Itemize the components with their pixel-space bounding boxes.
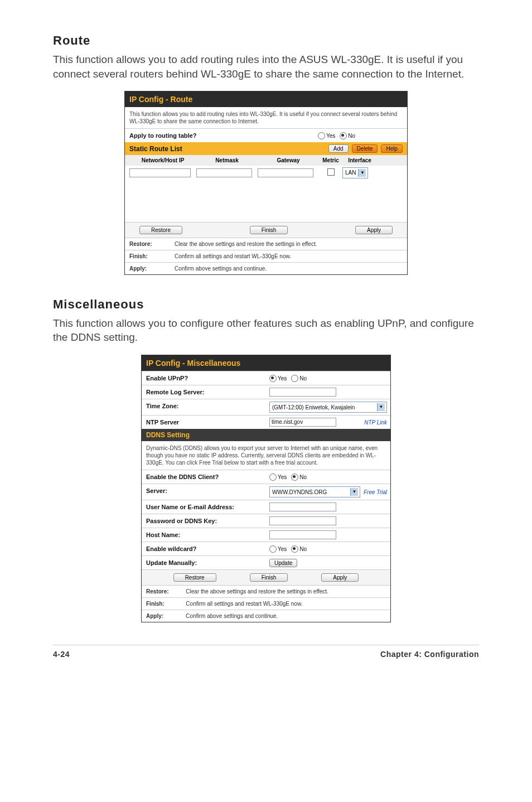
misc-helper-table: Restore: Clear the above settings and re… xyxy=(142,585,390,622)
route-body-text: This function allows you to add routing … xyxy=(53,52,479,81)
chevron-down-icon: ▼ xyxy=(358,169,366,177)
route-heading: Route xyxy=(53,33,479,48)
helper-table: Restore: Clear the above settings and re… xyxy=(125,238,407,274)
helper-restore-text: Clear the above settings and restore the… xyxy=(170,238,407,250)
ntp-input[interactable]: time.nist.gov xyxy=(269,418,336,427)
page-number: 4-24 xyxy=(53,650,70,659)
helper-apply-label: Apply: xyxy=(125,262,170,274)
user-label: User Name or E-mail Address: xyxy=(142,500,266,514)
upnp-no-radio[interactable] xyxy=(291,375,298,382)
help-button[interactable]: Help xyxy=(381,144,403,153)
ntp-link[interactable]: NTP Link xyxy=(364,419,387,426)
col-netmask: Netmask xyxy=(196,157,258,163)
apply-routing-no-radio[interactable] xyxy=(340,132,347,139)
upnp-yes-radio[interactable] xyxy=(269,375,277,382)
gateway-input[interactable] xyxy=(258,168,313,177)
host-label: Host Name: xyxy=(142,528,266,542)
update-button[interactable]: Update xyxy=(269,559,297,567)
misc-finish-button[interactable]: Finish xyxy=(250,573,288,582)
apply-button[interactable]: Apply xyxy=(355,226,393,234)
ddns-title-bar: DDNS Setting xyxy=(142,429,390,441)
ntp-label: NTP Server xyxy=(142,416,266,429)
nhost-input[interactable] xyxy=(129,168,191,177)
route-banner: IP Config - Route xyxy=(125,91,407,107)
misc-restore-button[interactable]: Restore xyxy=(173,573,216,582)
timezone-select[interactable]: (GMT-12:00) Eniwetok, Kwajalein ▼ xyxy=(269,402,387,413)
remote-log-label: Remote Log Server: xyxy=(142,385,266,399)
route-panel: IP Config - Route This function allows y… xyxy=(124,91,408,275)
wildcard-no-radio[interactable] xyxy=(291,545,298,553)
enable-ddns-label: Enable the DDNS Client? xyxy=(142,470,266,484)
ddns-yes-radio[interactable] xyxy=(269,474,277,481)
route-intro: This function allows you to add routing … xyxy=(125,107,407,128)
col-gateway: Gateway xyxy=(258,157,319,163)
server-select[interactable]: WWW.DYNDNS.ORG ▼ xyxy=(269,486,360,497)
free-trial-link[interactable]: Free Trial xyxy=(364,489,387,495)
enable-upnp-label: Enable UPnP? xyxy=(142,371,266,385)
finish-button[interactable]: Finish xyxy=(250,226,288,234)
chevron-down-icon: ▼ xyxy=(350,488,358,496)
chapter-label: Chapter 4: Configuration xyxy=(380,650,479,659)
helper-restore-label: Restore: xyxy=(125,238,170,250)
restore-button[interactable]: Restore xyxy=(139,226,182,234)
ddns-no-radio[interactable] xyxy=(291,474,298,481)
helper-finish-text: Confirm all settings and restart WL-330g… xyxy=(170,250,407,262)
interface-select[interactable]: LAN ▼ xyxy=(342,167,368,178)
wildcard-yes-radio[interactable] xyxy=(269,545,277,553)
ddns-intro: Dynamic-DNS (DDNS) allows you to export … xyxy=(142,441,390,470)
metric-checkbox[interactable] xyxy=(327,168,335,176)
no-label: No xyxy=(348,133,355,139)
update-label: Update Manually: xyxy=(142,556,266,569)
apply-routing-label: Apply to routing table? xyxy=(125,129,266,142)
static-route-title: Static Route List xyxy=(129,145,182,153)
col-interface: Interface xyxy=(342,157,377,163)
remote-log-input[interactable] xyxy=(269,388,336,397)
wildcard-label: Enable wildcard? xyxy=(142,542,266,555)
host-input[interactable] xyxy=(269,530,336,539)
password-label: Password or DDNS Key: xyxy=(142,514,266,528)
delete-button[interactable]: Delete xyxy=(352,144,378,153)
timezone-label: Time Zone: xyxy=(142,399,266,415)
misc-heading: Miscellaneous xyxy=(53,297,479,312)
helper-apply-text: Confirm above settings and continue. xyxy=(170,262,407,274)
misc-body-text: This function allows you to configure ot… xyxy=(53,316,479,345)
misc-banner: IP Config - Miscellaneous xyxy=(142,355,390,371)
add-button[interactable]: Add xyxy=(328,144,349,153)
col-metric: Metric xyxy=(319,157,342,163)
yes-label: Yes xyxy=(326,133,335,139)
misc-apply-button[interactable]: Apply xyxy=(321,573,359,582)
password-input[interactable] xyxy=(269,516,336,525)
chevron-down-icon: ▼ xyxy=(377,403,385,411)
user-input[interactable] xyxy=(269,503,336,511)
col-network-host: Network/Host IP xyxy=(129,157,196,163)
misc-panel: IP Config - Miscellaneous Enable UPnP? Y… xyxy=(141,355,391,622)
netmask-input[interactable] xyxy=(196,168,252,177)
server-label: Server: xyxy=(142,484,266,500)
helper-finish-label: Finish: xyxy=(125,250,170,262)
apply-routing-yes-radio[interactable] xyxy=(318,132,325,139)
